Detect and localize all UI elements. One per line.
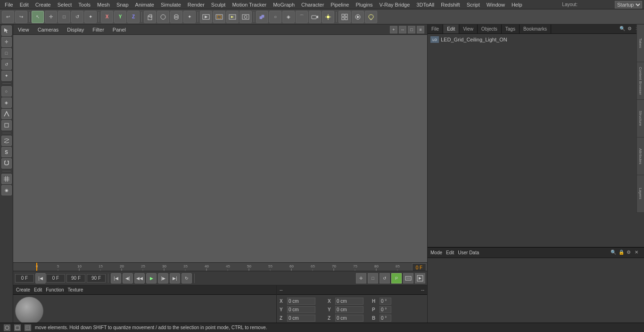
menu-animate[interactable]: Animate xyxy=(132,0,157,9)
material-sphere[interactable] xyxy=(15,297,43,325)
go-end-btn[interactable]: ▶| xyxy=(170,273,180,283)
filter-menu[interactable]: Filter xyxy=(91,27,106,32)
left-poly-btn[interactable]: ◈ xyxy=(1,97,12,108)
viewport-ctrl-3[interactable]: □ xyxy=(408,26,415,33)
spline-button[interactable]: ⌒ xyxy=(296,11,308,23)
attr-settings-icon[interactable]: ⚙ xyxy=(627,250,633,256)
render-region-button[interactable] xyxy=(213,11,225,23)
left-scale-btn[interactable]: □ xyxy=(1,48,12,58)
render-settings-button[interactable] xyxy=(239,11,252,23)
current-frame-field[interactable] xyxy=(46,274,65,283)
settings-icon[interactable]: ⚙ xyxy=(627,26,634,32)
attr-mode-menu[interactable]: Mode xyxy=(430,250,442,255)
coord-z2-val[interactable] xyxy=(335,315,363,322)
menu-sculpt[interactable]: Sculpt xyxy=(208,0,229,9)
viewport-ctrl-1[interactable]: + xyxy=(390,26,397,33)
x-axis-button[interactable]: X xyxy=(101,11,113,23)
left-grid2-btn[interactable] xyxy=(1,174,12,184)
go-start-btn[interactable]: |◀ xyxy=(111,273,121,283)
record-button[interactable] xyxy=(352,11,364,23)
menu-script[interactable]: Script xyxy=(464,0,483,9)
coord-y2-val[interactable] xyxy=(335,306,363,313)
menu-vray[interactable]: V-Ray Bridge xyxy=(377,0,413,9)
play-btn[interactable]: ▶ xyxy=(146,273,157,283)
menu-help[interactable]: Help xyxy=(509,0,525,9)
right-tab-bookmarks[interactable]: Bookmarks xyxy=(520,24,551,33)
next-frame-btn[interactable]: |▶ xyxy=(158,273,168,283)
bulb-button[interactable] xyxy=(365,11,377,23)
left-transform-btn[interactable]: ✦ xyxy=(1,71,12,81)
left-move-btn[interactable]: ✛ xyxy=(1,37,12,47)
menu-window[interactable]: Window xyxy=(484,0,508,9)
scale-tool-button[interactable]: □ xyxy=(58,11,70,23)
coord-x2-val[interactable] xyxy=(335,298,363,305)
move-tool-button[interactable]: ✛ xyxy=(45,11,57,23)
menu-pipeline[interactable]: Pipeline xyxy=(328,0,352,9)
takes-tab[interactable]: Takes xyxy=(636,24,644,62)
coord-x-pos[interactable] xyxy=(287,298,315,305)
menu-character[interactable]: Character xyxy=(298,0,327,9)
status-icon-3[interactable] xyxy=(25,324,31,331)
motion-blur-btn[interactable] xyxy=(403,273,413,283)
menu-redshift[interactable]: Redshift xyxy=(438,0,462,9)
left-circle-btn[interactable]: ○ xyxy=(1,86,12,97)
menu-create[interactable]: Create xyxy=(33,0,54,9)
coord-z-pos[interactable] xyxy=(287,315,315,322)
left-point-btn[interactable] xyxy=(1,120,12,130)
cameras-menu[interactable]: Cameras xyxy=(36,27,61,32)
status-icon-1[interactable] xyxy=(4,324,10,331)
right-tab-objects[interactable]: Objects xyxy=(478,24,502,33)
prev-frame-btn[interactable]: ◀| xyxy=(123,273,133,283)
rotate-tool-button[interactable]: ↺ xyxy=(71,11,83,23)
menu-mesh[interactable]: Mesh xyxy=(94,0,113,9)
left-select-btn[interactable] xyxy=(1,25,12,36)
undo-button[interactable]: ↩ xyxy=(2,11,14,23)
auto-key-btn[interactable]: ↺ xyxy=(380,273,390,283)
menu-tools[interactable]: Tools xyxy=(75,0,93,9)
start-frame-field[interactable] xyxy=(15,274,34,283)
right-tab-edit[interactable]: Edit xyxy=(443,24,459,33)
display-menu[interactable]: Display xyxy=(65,27,86,32)
end-frame-field-1[interactable] xyxy=(66,274,85,283)
search-icon[interactable]: 🔍 xyxy=(619,26,626,32)
right-tab-tags[interactable]: Tags xyxy=(502,24,520,33)
menu-mograph[interactable]: MoGraph xyxy=(270,0,297,9)
attr-close-icon[interactable]: ✕ xyxy=(635,250,641,256)
left-magnet-btn[interactable] xyxy=(1,158,12,169)
attr-lock-icon[interactable]: 🔒 xyxy=(619,250,625,256)
render-playback-btn[interactable] xyxy=(415,273,425,283)
attr-search-icon[interactable]: 🔍 xyxy=(611,250,617,256)
paint-button[interactable]: ○ xyxy=(269,11,281,23)
status-icon-2[interactable] xyxy=(14,324,21,331)
menu-snap[interactable]: Snap xyxy=(114,0,132,9)
mat-texture-menu[interactable]: Texture xyxy=(68,287,83,292)
sphere-button[interactable] xyxy=(157,11,169,23)
attr-userdata-menu[interactable]: User Data xyxy=(458,250,479,255)
mat-function-menu[interactable]: Function xyxy=(46,287,64,292)
object-item-led[interactable]: LO LED_Grid_Ceiling_Light_ON xyxy=(429,35,643,44)
z-axis-button[interactable]: Z xyxy=(127,11,140,23)
attr-edit-menu[interactable]: Edit xyxy=(446,250,454,255)
viewport-ctrl-2[interactable]: ↔ xyxy=(399,26,406,33)
coord-h-val[interactable] xyxy=(380,298,391,305)
menu-plugins[interactable]: Plugins xyxy=(353,0,375,9)
layout-select[interactable]: Startup xyxy=(615,1,642,8)
coord-b-val[interactable] xyxy=(380,315,391,322)
snap-cube-button[interactable] xyxy=(256,11,268,23)
set-start-frame-btn[interactable]: |◀ xyxy=(35,273,46,283)
move-keys-btn[interactable]: ✛ xyxy=(356,273,366,283)
left-round-btn[interactable]: ◉ xyxy=(1,185,12,195)
null-button[interactable]: ✦ xyxy=(183,11,196,23)
timeline[interactable]: 0 5 10 15 20 xyxy=(13,262,427,271)
viewport-ctrl-4[interactable]: ≡ xyxy=(417,26,424,33)
redo-button[interactable]: ↪ xyxy=(15,11,27,23)
view-menu[interactable]: View xyxy=(16,27,31,32)
left-edge-btn[interactable] xyxy=(1,109,12,119)
menu-select[interactable]: Select xyxy=(55,0,75,9)
left-s-btn[interactable]: S xyxy=(1,147,12,157)
render-button[interactable] xyxy=(226,11,239,23)
sculpt-button[interactable]: ◈ xyxy=(282,11,295,23)
record-keys-btn[interactable]: □ xyxy=(368,273,378,283)
right-tab-file[interactable]: File xyxy=(428,24,443,33)
menu-simulate[interactable]: Simulate xyxy=(158,0,184,9)
